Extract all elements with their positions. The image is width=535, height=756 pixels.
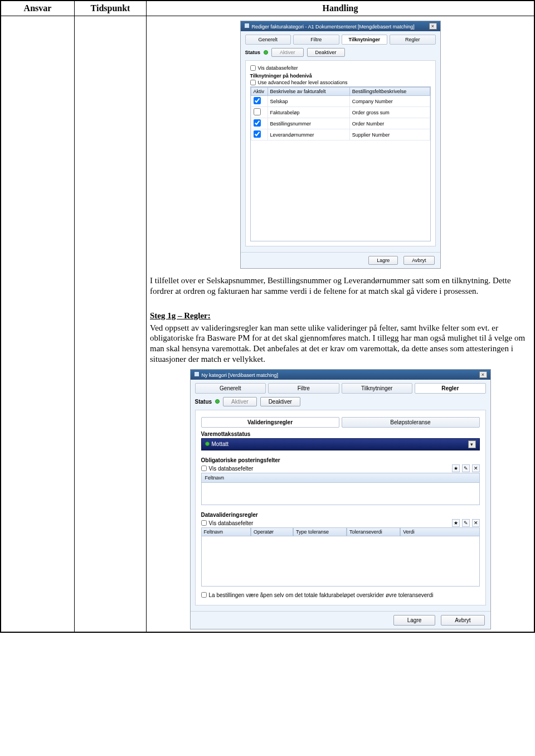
advanced-assoc-checkbox[interactable]: [250, 80, 256, 85]
cell: Fakturabeløp: [268, 107, 349, 118]
tab-tilknytninger[interactable]: Tilknytninger: [342, 35, 388, 45]
delete-icon[interactable]: ✕: [472, 464, 480, 472]
cell-tidspunkt: [75, 16, 147, 632]
star-icon[interactable]: ★: [452, 464, 460, 472]
status-led: [215, 399, 220, 404]
col-tidspunkt: Tidspunkt: [75, 1, 147, 16]
star-icon[interactable]: ★: [452, 519, 460, 527]
table-row[interactable]: Bestillingsnummer Order Number: [251, 118, 430, 129]
close-icon[interactable]: ×: [479, 371, 487, 378]
subtab-valideringsregler[interactable]: Valideringsregler: [201, 417, 339, 428]
app-icon: [244, 23, 250, 28]
row-active-checkbox[interactable]: [254, 108, 261, 115]
cell: Order gross sum: [349, 107, 430, 118]
cell: Order Number: [349, 118, 430, 129]
section-varemottak: Varemottaksstatus: [201, 431, 480, 437]
dialog-regler: Ny kategori [Verdibasert matching] × Gen…: [190, 369, 491, 629]
col-operator[interactable]: Operatør: [251, 527, 293, 536]
col-verdi[interactable]: Verdi: [400, 527, 479, 536]
activate-button[interactable]: Aktiver: [271, 48, 304, 57]
table-row[interactable]: Fakturabeløp Order gross sum: [251, 107, 430, 118]
tab-generelt[interactable]: Generelt: [245, 35, 291, 45]
dataval-grid-header: Feltnavn Operatør Type toleranse Toleran…: [201, 527, 480, 536]
la-bestilling-checkbox[interactable]: [201, 592, 207, 598]
deactivate-button[interactable]: Deaktiver: [307, 48, 345, 57]
advanced-assoc-label: Use advanced header level associations: [258, 80, 348, 85]
oblig-grid-empty: [201, 483, 480, 505]
table-row[interactable]: Leverandørnummer Supplier Number: [251, 129, 430, 140]
varemottak-select[interactable]: Mottatt ▾: [201, 438, 480, 450]
status-led: [264, 50, 268, 55]
la-bestilling-label: La bestillingen være åpen selv om det to…: [209, 592, 434, 598]
dialog-tilknytninger: Rediger fakturakategori - A1 Dokumentsen…: [240, 21, 441, 269]
cell: Supplier Number: [349, 129, 430, 140]
status-led-icon: [205, 442, 210, 446]
subtab-belopstoleranse[interactable]: Beløpstoleranse: [342, 417, 480, 428]
edit-icon[interactable]: ✎: [462, 519, 470, 527]
dialog-title: Rediger fakturakategori - A1 Dokumentsen…: [252, 24, 415, 30]
table-row[interactable]: Selskap Company Number: [251, 96, 430, 107]
grid-empty-area: [251, 140, 430, 241]
col-bestillingsfelt[interactable]: Bestillingsfeltbeskrivelse: [349, 88, 430, 96]
cancel-button[interactable]: Avbryt: [403, 256, 434, 265]
row-active-checkbox[interactable]: [254, 130, 261, 138]
select-value: Mottatt: [212, 441, 229, 447]
tab-filtre[interactable]: Filtre: [293, 35, 339, 45]
row-active-checkbox[interactable]: [254, 119, 261, 127]
cell: Leverandørnummer: [268, 129, 349, 140]
col-type-toleranse[interactable]: Type toleranse: [293, 527, 347, 536]
section-tilknytninger-hode: Tilknytninger på hodenivå: [250, 73, 431, 79]
activate-button[interactable]: Aktiver: [223, 397, 257, 406]
status-label: Status: [245, 50, 261, 55]
tab-filtre[interactable]: Filtre: [268, 383, 339, 394]
vis-db-label-2: Vis databasefelter: [209, 466, 254, 472]
app-icon: [194, 371, 200, 377]
save-button[interactable]: Lagre: [393, 615, 436, 626]
vis-db-checkbox-3[interactable]: [201, 520, 207, 526]
col-feltnavn[interactable]: Feltnavn: [201, 527, 251, 536]
dataval-grid-empty: [201, 536, 480, 587]
vis-db-checkbox-2[interactable]: [201, 466, 207, 471]
section-dataval: Datavalideringsregler: [201, 512, 480, 518]
titlebar: Ny kategori [Verdibasert matching] ×: [191, 370, 490, 380]
col-beskrivelse-faktura[interactable]: Beskrivelse av fakturafelt: [268, 88, 349, 96]
cancel-button[interactable]: Avbryt: [441, 615, 484, 626]
cell: Selskap: [268, 96, 349, 107]
tilknytning-grid: Aktiv Beskrivelse av fakturafelt Bestill…: [251, 87, 430, 140]
tab-tilknytninger[interactable]: Tilknytninger: [342, 383, 413, 394]
vis-db-label-3: Vis databasefelter: [209, 520, 254, 526]
cell: Bestillingsnummer: [268, 118, 349, 129]
vis-db-label: Vis databasefelter: [258, 65, 298, 71]
section-obligatoriske: Obligatoriske posteringsfelter: [201, 457, 480, 463]
paragraph-2: Ved oppsett av valideringsregler kan man…: [150, 323, 531, 365]
save-button[interactable]: Lagre: [368, 256, 398, 265]
col-toleranseverdi[interactable]: Toleranseverdi: [347, 527, 400, 536]
status-label: Status: [195, 399, 212, 405]
chevron-down-icon[interactable]: ▾: [468, 440, 476, 448]
cell: Company Number: [349, 96, 430, 107]
tab-generelt[interactable]: Generelt: [195, 383, 266, 394]
dialog-title: Ny kategori [Verdibasert matching]: [202, 372, 279, 378]
col-ansvar: Ansvar: [1, 1, 75, 16]
cell-ansvar: [1, 16, 75, 632]
tab-regler[interactable]: Regler: [390, 35, 436, 45]
edit-icon[interactable]: ✎: [462, 464, 470, 472]
step-heading: Steg 1g – Regler:: [150, 311, 531, 321]
vis-db-checkbox[interactable]: [250, 65, 256, 71]
delete-icon[interactable]: ✕: [472, 519, 480, 527]
close-icon[interactable]: ×: [429, 23, 437, 30]
deactivate-button[interactable]: Deaktiver: [260, 397, 300, 406]
col-handling: Handling: [147, 1, 534, 16]
col-aktiv[interactable]: Aktiv: [251, 88, 268, 96]
titlebar: Rediger fakturakategori - A1 Dokumentsen…: [241, 21, 440, 31]
paragraph-1: I tilfellet over er Selskapsnummer, Best…: [150, 275, 531, 297]
oblig-grid-header[interactable]: Feltnavn: [201, 473, 480, 483]
row-active-checkbox[interactable]: [254, 97, 261, 104]
tab-regler[interactable]: Regler: [415, 383, 486, 394]
cell-handling: Rediger fakturakategori - A1 Dokumentsen…: [147, 16, 534, 632]
